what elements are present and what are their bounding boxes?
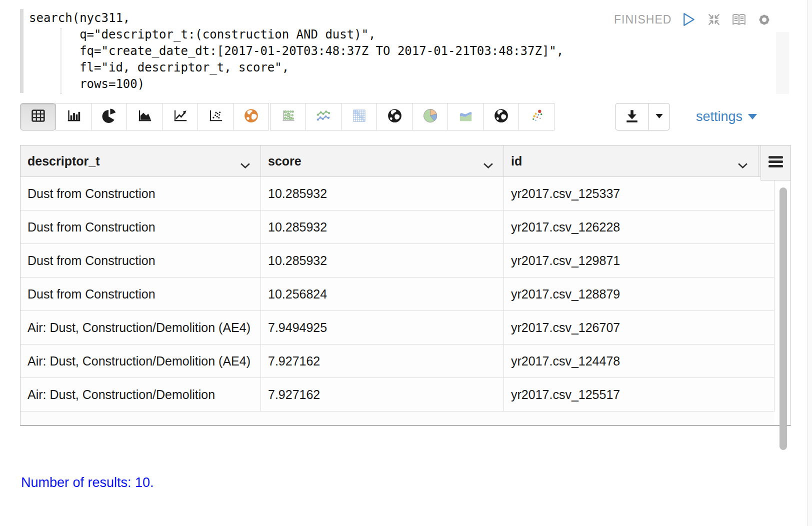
table-scrollbar-thumb[interactable] [780,188,787,450]
table-cell: Dust from Construction [20,278,261,310]
geo-map-view-button[interactable] [376,103,412,130]
grid-header-row: descriptor_tscoreid [20,146,790,177]
table-cell: Air: Dust, Construction/Demolition [20,378,261,411]
column-header-id[interactable]: id [504,146,758,176]
line-chart-icon [172,108,188,125]
table-cell: 10.285932 [261,210,504,244]
download-button[interactable] [615,103,649,130]
table-cell: 7.927162 [261,378,504,411]
table-cell: 10.285932 [261,244,504,277]
download-button-group [615,103,670,130]
caret-down-icon [654,111,664,122]
table-cell: yr2017.csv_125337 [504,177,774,210]
globe-orange-icon [244,108,259,126]
settings-dropdown[interactable]: settings [696,103,757,130]
heatmap-icon [352,108,367,126]
scatter-chart-icon [208,108,224,125]
globe-dark-icon [387,108,402,126]
table-cell: 10.285932 [261,177,504,210]
download-icon [624,108,640,126]
table-row: Air: Dust, Construction/Demolition (AE4)… [20,344,774,378]
gear-icon[interactable] [756,12,772,27]
scatter-colored-view-button[interactable] [518,103,554,130]
column-header-label: descriptor_t [28,154,100,168]
bar-chart-view-button[interactable] [56,103,92,130]
editor-scrollbar-track[interactable] [776,32,789,94]
scatter-colored-icon [529,108,544,126]
chevron-down-icon[interactable] [483,158,494,172]
multi-line-chart-view-button[interactable] [306,103,342,130]
play-icon[interactable] [682,12,696,27]
column-header-label: id [511,154,522,168]
stacked-area-icon [458,108,474,126]
scatter-chart-view-button[interactable] [198,103,234,130]
compress-icon[interactable] [706,12,722,27]
heatmap-view-button[interactable] [341,103,377,130]
paragraph-gutter-bar [20,9,24,93]
paragraph-controls-icons [682,12,772,27]
viz-type-buttons [20,103,554,130]
column-header-score[interactable]: score [261,146,504,176]
table-cell: yr2017.csv_129871 [504,244,774,277]
grid-partial-row [20,411,774,425]
area-chart-icon [137,108,152,125]
globe-dark2-icon [494,108,509,126]
column-header-descriptor_t[interactable]: descriptor_t [20,146,261,176]
table-cell: yr2017.csv_124478 [504,344,774,378]
table-row: Air: Dust, Construction/Demolition7.9271… [20,378,774,411]
table-cell: yr2017.csv_128879 [504,278,774,310]
table-cell: Dust from Construction [20,210,261,244]
paragraph-status: FINISHED [614,13,672,26]
stacked-area-view-button[interactable] [448,103,484,130]
table-cell: Air: Dust, Construction/Demolition (AE4) [20,311,261,344]
table-cell: yr2017.csv_126228 [504,210,774,244]
settings-label: settings [696,109,742,124]
results-table: descriptor_tscoreid Dust from Constructi… [20,145,791,426]
table-cell: Air: Dust, Construction/Demolition (AE4) [20,344,261,378]
settings-caret-icon [748,114,757,120]
bubble-chart-view-button[interactable] [270,103,306,130]
bubble-chart-icon [280,108,296,126]
table-cell: Dust from Construction [20,244,261,277]
pie-colored-icon [422,108,438,126]
visualization-toolbar: settings [20,103,800,131]
download-options-button[interactable] [649,103,670,130]
table-cell: yr2017.csv_126707 [504,311,774,344]
column-header-label: score [268,154,302,168]
table-cell: 10.256824 [261,278,504,310]
pie-colored-view-button[interactable] [412,103,448,130]
table-row: Dust from Construction10.256824yr2017.cs… [20,277,774,310]
table-cell: 7.9494925 [261,311,504,344]
paragraph-controls: FINISHED [614,11,772,28]
pie-chart-icon [102,108,117,126]
multi-line-chart-icon [316,108,332,126]
table-cell: Dust from Construction [20,177,261,210]
bar-chart-icon [66,108,82,125]
grid-body: Dust from Construction10.285932yr2017.cs… [20,177,774,411]
chevron-down-icon[interactable] [738,158,748,172]
chevron-down-icon[interactable] [240,158,250,172]
table-cell: yr2017.csv_125517 [504,378,774,411]
table-row: Air: Dust, Construction/Demolition (AE4)… [20,310,774,344]
table-cell: 7.927162 [261,344,504,378]
world-map-view-button[interactable] [483,103,519,130]
page-scrollbar[interactable] [808,0,812,526]
book-icon[interactable] [732,12,746,27]
grid-menu-button[interactable] [760,146,790,180]
map-view-button[interactable] [233,103,269,130]
menu-icon [768,156,784,170]
table-row: Dust from Construction10.285932yr2017.cs… [20,177,774,210]
result-count-text: Number of results: 10. [21,475,154,490]
table-row: Dust from Construction10.285932yr2017.cs… [20,210,774,244]
area-chart-view-button[interactable] [126,103,162,130]
table-row: Dust from Construction10.285932yr2017.cs… [20,244,774,277]
line-chart-view-button[interactable] [162,103,198,130]
indent-guide [60,28,62,94]
pie-chart-view-button[interactable] [91,103,127,130]
table-view-button[interactable] [20,103,56,130]
table-icon [30,108,46,125]
